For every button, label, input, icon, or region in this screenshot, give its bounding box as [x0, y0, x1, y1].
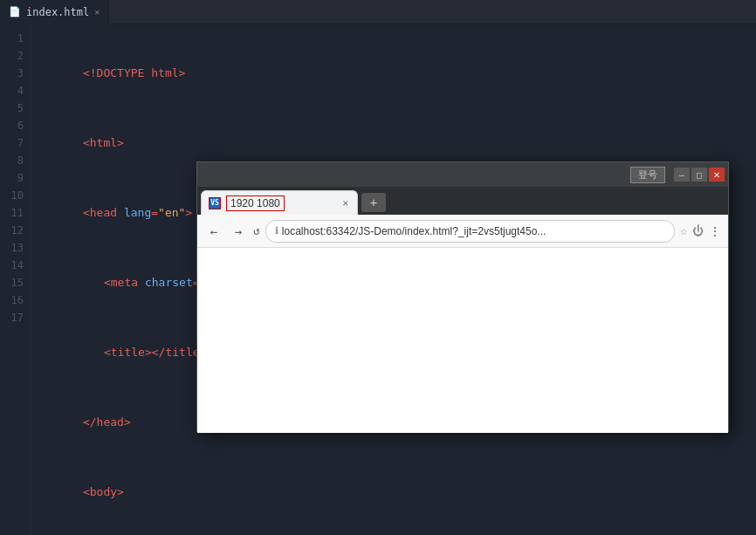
ln-6: 6 [0, 117, 31, 134]
ln-5: 5 [0, 99, 31, 117]
ln-2: 2 [0, 47, 31, 65]
browser-active-tab[interactable]: VS 1920 1080 ✕ [201, 190, 358, 215]
editor-tab-bar: 📄 index.html ✕ [0, 0, 756, 24]
browser-page-content [197, 248, 728, 433]
ln-9: 9 [0, 169, 31, 187]
tab-title-box: 1920 1080 [226, 195, 285, 211]
browser-addressbar: ← → ↺ ℹ localhost:63342/JS-Demo/index.ht… [197, 215, 728, 248]
code-line-8 [42, 518, 756, 535]
browser-tab-bar: VS 1920 1080 ✕ + [197, 187, 728, 215]
close-window-button[interactable]: ✕ [709, 168, 725, 182]
ln-15: 15 [0, 274, 31, 292]
register-button[interactable]: 登号 [630, 167, 665, 183]
back-button[interactable]: ← [204, 224, 223, 238]
ln-10: 10 [0, 187, 31, 204]
browser-titlebar: 登号 — □ ✕ [197, 162, 728, 187]
ln-1: 1 [0, 30, 31, 47]
reload-button[interactable]: ↺ [253, 224, 260, 237]
menu-icon[interactable]: ⋮ [709, 224, 721, 238]
ln-3: 3 [0, 65, 31, 82]
browser-tab-title: 1920 1080 [226, 197, 335, 209]
bookmark-icon[interactable]: ☆ [680, 224, 687, 237]
tab-label: index.html [26, 6, 89, 18]
ln-16: 16 [0, 292, 31, 309]
file-icon: 📄 [9, 6, 21, 17]
address-box[interactable]: ℹ localhost:63342/JS-Demo/index.html?_ij… [265, 220, 675, 243]
address-text: localhost:63342/JS-Demo/index.html?_ijt=… [282, 225, 665, 237]
power-icon[interactable]: ⏻ [692, 224, 704, 237]
lock-icon: ℹ [275, 225, 278, 237]
maximize-button[interactable]: □ [691, 168, 707, 182]
minimize-button[interactable]: — [674, 168, 690, 182]
code-line-7: <body> [42, 449, 756, 518]
ln-13: 13 [0, 239, 31, 257]
browser-window: 登号 — □ ✕ VS 1920 1080 ✕ + ← → ↺ ℹ localh… [196, 161, 729, 432]
ln-11: 11 [0, 204, 31, 222]
code-line-1: <!DOCTYPE html> [42, 30, 756, 99]
ln-12: 12 [0, 222, 31, 239]
code-line-2: <html> [42, 99, 756, 169]
editor-tab-index-html[interactable]: 📄 index.html ✕ [0, 0, 109, 24]
browser-tab-close-icon[interactable]: ✕ [340, 197, 350, 209]
ln-8: 8 [0, 152, 31, 169]
ln-4: 4 [0, 82, 31, 99]
ln-7: 7 [0, 134, 31, 152]
new-tab-button[interactable]: + [361, 193, 386, 212]
ln-14: 14 [0, 257, 31, 274]
tab-close-button[interactable]: ✕ [94, 7, 100, 17]
forward-button[interactable]: → [229, 224, 248, 238]
tab-favicon-icon: VS [209, 197, 221, 209]
ln-17: 17 [0, 309, 31, 326]
line-numbers: 1 2 3 4 5 6 7 8 9 10 11 12 13 14 15 16 1… [0, 24, 31, 535]
